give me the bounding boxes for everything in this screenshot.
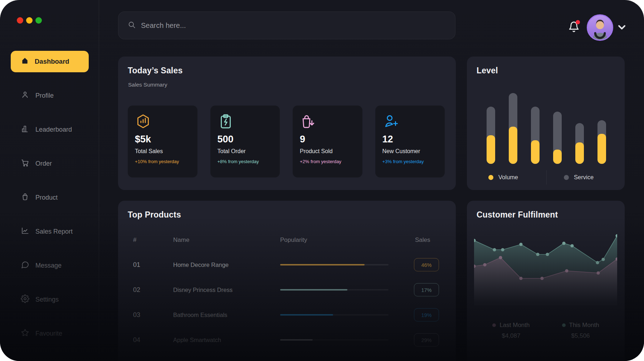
sales-badge: 17%: [414, 283, 439, 297]
sidebar-item-label: Product: [35, 194, 58, 201]
product-name: Apple Smartwatch: [173, 337, 221, 343]
legend-label: Last Month: [499, 322, 530, 329]
chart-line-icon: [21, 226, 29, 237]
app-window: Dashboard ProfileLeaderboardOrderProduct…: [0, 0, 644, 361]
legend-label: Volume: [498, 174, 518, 181]
popularity-bar-fill: [280, 314, 333, 316]
stat-value: 500: [218, 134, 273, 145]
product-name: Home Decore Range: [173, 262, 229, 268]
stat-label: Total Order: [218, 148, 273, 155]
legend-item-last-month: Last Month $4,087: [492, 322, 530, 340]
user-plus-icon: [382, 113, 438, 130]
sidebar-item-sales-report[interactable]: Sales Report: [11, 221, 89, 242]
product-index: 03: [133, 311, 140, 319]
minimize-button[interactable]: [26, 17, 33, 24]
zoom-button[interactable]: [35, 17, 42, 24]
close-button[interactable]: [17, 17, 23, 24]
leaderboard-icon: [21, 125, 29, 135]
table-row[interactable]: 04Apple Smartwatch29%: [118, 327, 456, 352]
sidebar-item-dashboard[interactable]: Dashboard: [11, 51, 89, 72]
sidebar-item-label: Message: [35, 262, 62, 269]
sidebar-item-label: Favourite: [35, 330, 62, 337]
sidebar-item-label: Order: [35, 160, 52, 167]
search-bar[interactable]: [118, 11, 455, 39]
sidebar-item-product[interactable]: Product: [11, 187, 89, 208]
product-index: 01: [133, 261, 140, 269]
search-icon: [128, 21, 136, 30]
level-bar: [531, 107, 540, 164]
notifications-button[interactable]: [564, 17, 584, 37]
stat-delta: +2% from yesterday: [300, 159, 355, 164]
stat-delta: +8% from yesterday: [218, 159, 273, 164]
product-index: 04: [133, 336, 140, 344]
sidebar-item-label: Profile: [35, 92, 54, 99]
hexagon-bars-icon: [135, 113, 190, 130]
legend-item-this-month: This Month $5,506: [562, 322, 599, 340]
clipboard-bolt-icon: [218, 113, 273, 130]
user-icon: [21, 91, 29, 101]
card-subtitle: Sales Summary: [128, 82, 167, 88]
legend-label: This Month: [569, 322, 599, 329]
top-products-card: Top Products # Name Popularity Sales 01H…: [118, 201, 456, 361]
fulfilment-area-chart: [474, 229, 617, 306]
gear-icon: [21, 294, 29, 305]
legend-label: Service: [574, 174, 594, 181]
card-title: Customer Fulfilment: [477, 210, 558, 220]
table-row[interactable]: 01Home Decore Range46%: [118, 252, 456, 277]
stat-delta: +3% from yesterday: [382, 159, 438, 164]
column-header-index: #: [133, 236, 136, 244]
chevron-down-icon: [615, 28, 629, 34]
customer-fulfilment-card: Customer Fulfilment Last Month $4,087 Th…: [467, 201, 625, 361]
message-icon: [21, 260, 29, 271]
sidebar: Dashboard ProfileLeaderboardOrderProduct…: [0, 0, 99, 361]
popularity-bar-fill: [280, 289, 347, 291]
profile-menu-button[interactable]: [615, 21, 629, 33]
product-name: Disney Princess Dress: [173, 287, 233, 293]
table-row[interactable]: 02Disney Princess Dress17%: [118, 277, 456, 302]
legend-value: $4,087: [492, 332, 530, 340]
column-header-popularity: Popularity: [280, 236, 307, 244]
avatar[interactable]: [587, 14, 613, 41]
sidebar-item-label: Dashboard: [35, 58, 69, 65]
stat-card-total-order: 500Total Order+8% from yesterday: [210, 106, 280, 177]
stat-value: $5k: [135, 134, 190, 145]
stat-value: 12: [382, 134, 438, 145]
sales-badge: 46%: [414, 258, 439, 272]
level-bar: [575, 123, 584, 164]
window-controls: [17, 17, 42, 24]
stat-value: 9: [300, 134, 355, 145]
level-bar: [509, 93, 517, 164]
sidebar-item-label: Leaderboard: [35, 126, 72, 133]
sidebar-item-settings[interactable]: Settings: [11, 289, 89, 310]
service-legend-dot: [564, 175, 569, 180]
today-sales-card: Today’s Sales Sales Summary $5kTotal Sal…: [118, 57, 456, 190]
sidebar-item-favourite[interactable]: Favourite: [11, 323, 89, 344]
sales-badge: 19%: [414, 308, 439, 322]
last-month-legend-dot: [492, 323, 496, 327]
popularity-bar: [280, 314, 389, 316]
sidebar-item-profile[interactable]: Profile: [11, 85, 89, 106]
bag-arrow-down-icon: [300, 113, 355, 130]
sidebar-item-label: Sales Report: [35, 228, 73, 235]
card-title: Level: [477, 66, 498, 75]
stat-label: Total Sales: [135, 148, 190, 155]
sidebar-item-leaderboard[interactable]: Leaderboard: [11, 119, 89, 140]
sidebar-item-order[interactable]: Order: [11, 153, 89, 174]
popularity-bar-fill: [280, 264, 365, 265]
sales-badge: 29%: [414, 333, 439, 347]
level-legend: Volume Service: [488, 174, 594, 181]
popularity-bar: [280, 264, 389, 265]
cart-icon: [21, 158, 29, 169]
stat-card-total-sales: $5kTotal Sales+10% from yesterday: [128, 106, 197, 177]
product-name: Bathroom Essentials: [173, 312, 227, 318]
popularity-bar-fill: [280, 339, 313, 341]
avatar-photo: [588, 15, 612, 40]
home-icon: [21, 57, 29, 67]
volume-legend-dot: [488, 175, 493, 180]
product-index: 02: [133, 286, 140, 294]
table-row[interactable]: 03Bathroom Essentials19%: [118, 302, 456, 327]
notification-badge: [576, 20, 580, 24]
fulfilment-legend: Last Month $4,087 This Month $5,506: [467, 322, 625, 340]
sidebar-item-message[interactable]: Message: [11, 255, 89, 276]
search-input[interactable]: [141, 21, 446, 30]
